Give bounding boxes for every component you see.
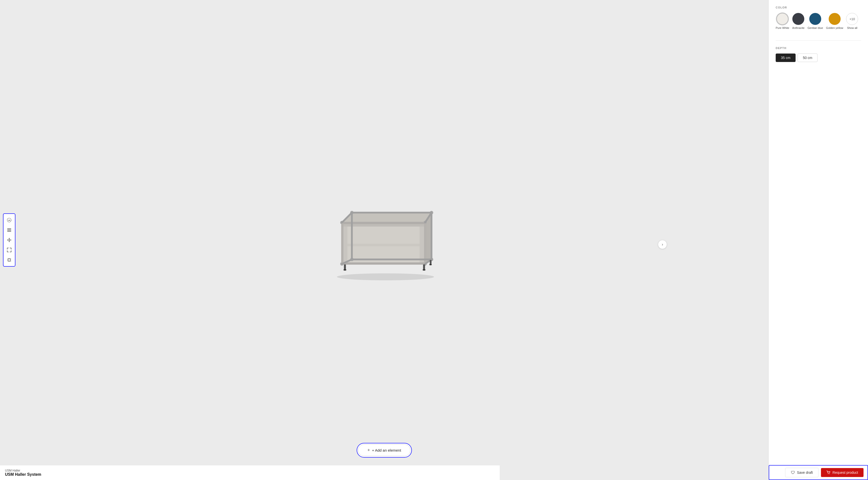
golden-yellow-circle [829,13,841,25]
svg-marker-7 [9,238,10,239]
svg-marker-8 [9,241,10,242]
color-pure-white[interactable]: Pure White [776,13,789,29]
svg-rect-30 [342,262,425,265]
color-anthracite[interactable]: Anthracite [792,13,805,29]
depth-options: 35 cm 50 cm [776,54,861,62]
pure-white-label: Pure White [776,26,789,29]
left-toolbar: AR [3,213,16,267]
list-button[interactable] [4,225,14,235]
add-element-button[interactable]: + + Add an element [358,444,410,456]
color-gentian-blue[interactable]: Gentian blue [808,13,823,29]
add-element-label: + Add an element [372,448,401,452]
svg-rect-12 [8,259,10,261]
depth-50cm-button[interactable]: 50 cm [798,54,817,62]
gentian-blue-label: Gentian blue [808,26,823,29]
svg-point-48 [828,474,829,474]
svg-rect-29 [342,222,425,224]
show-all-count: +10 [849,17,855,21]
cart-icon [827,471,830,475]
bottom-bar: USM Haller USM Haller System [0,465,500,480]
right-panel: COLOR Pure White Anthracite Gentian blue… [769,0,868,480]
color-golden-yellow[interactable]: Golden yellow [826,13,843,29]
svg-rect-32 [424,222,426,264]
svg-rect-42 [344,264,346,269]
svg-point-43 [343,269,346,271]
product-name: USM Haller System [5,472,41,477]
show-all-button[interactable]: +10 Show all [846,13,858,29]
heart-icon [791,471,795,475]
anthracite-circle [792,13,804,25]
color-section: COLOR Pure White Anthracite Gentian blue… [776,6,861,29]
svg-rect-4 [7,231,11,232]
svg-point-45 [423,269,426,271]
product-brand: USM Haller [5,469,41,472]
svg-rect-31 [341,222,343,264]
svg-marker-10 [10,240,11,240]
svg-rect-3 [7,230,11,230]
furniture-svg [319,197,449,283]
main-canvas: AR [0,0,769,480]
svg-marker-9 [7,240,8,240]
depth-35cm-button[interactable]: 35 cm [776,54,796,62]
svg-rect-44 [423,264,425,269]
pure-white-circle [776,13,788,25]
request-product-button[interactable]: Request product [821,468,864,477]
svg-point-49 [829,474,830,474]
action-buttons: Save draft Request product [769,465,868,480]
crop-button[interactable] [4,255,14,265]
add-element-wrapper[interactable]: + + Add an element [356,443,412,458]
svg-point-47 [429,264,432,265]
color-section-title: COLOR [776,6,861,9]
svg-rect-46 [430,260,432,264]
svg-rect-33 [347,244,420,246]
ar-button[interactable]: AR [4,215,14,225]
svg-point-13 [337,273,434,280]
save-draft-label: Save draft [797,471,813,475]
show-all-circle: +10 [846,13,858,25]
depth-section-title: DEPTH [776,47,861,50]
request-product-label: Request product [832,471,858,475]
plus-icon: + [367,448,370,453]
product-canvas [0,0,769,480]
svg-marker-19 [342,213,432,222]
show-all-label: Show all [847,26,858,29]
svg-text:AR: AR [8,219,10,221]
svg-rect-2 [7,229,11,229]
depth-35cm-label: 35 cm [781,56,790,60]
gentian-blue-circle [809,13,821,25]
chevron-right-button[interactable]: › [658,240,667,249]
depth-section: DEPTH 35 cm 50 cm [776,47,861,62]
color-swatches: Pure White Anthracite Gentian blue Golde… [776,13,861,29]
anthracite-label: Anthracite [792,26,805,29]
golden-yellow-label: Golden yellow [826,26,843,29]
save-draft-button[interactable]: Save draft [785,468,818,477]
svg-rect-16 [420,224,425,264]
chevron-icon: › [662,242,663,247]
expand-button[interactable] [4,245,14,255]
transform-button[interactable] [4,235,14,245]
depth-50cm-label: 50 cm [803,56,812,60]
